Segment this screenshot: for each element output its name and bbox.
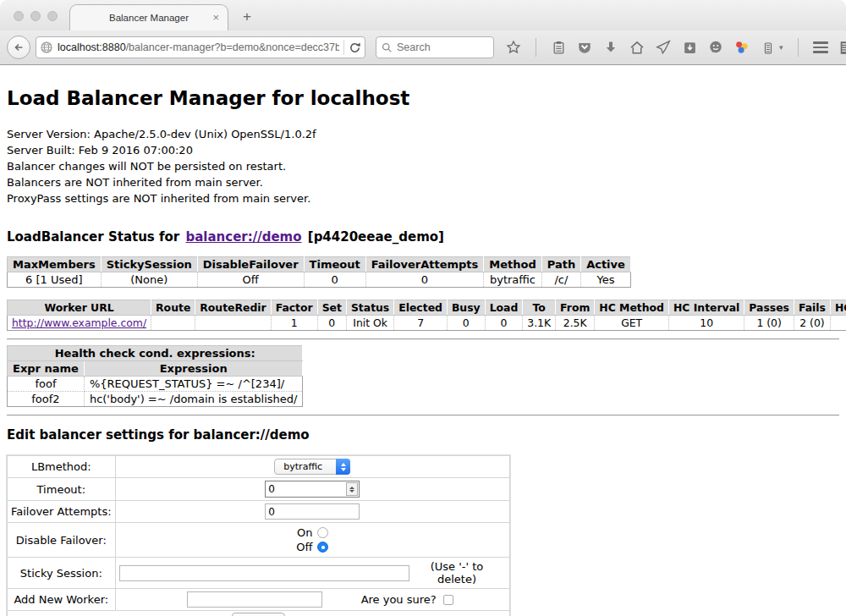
feedback-icon[interactable] [708, 40, 723, 55]
zoom-window-button[interactable] [47, 11, 58, 21]
clipboard-icon[interactable] [551, 40, 566, 55]
failover-attempts-label: Failover Attempts: [8, 501, 116, 523]
toolbar-icons: ▾ [506, 38, 846, 57]
failover-off-radio[interactable] [317, 542, 328, 553]
failover-attempts-input[interactable] [265, 503, 360, 520]
window-controls[interactable] [14, 11, 58, 21]
sticky-hint: (Use '-' to delete) [409, 560, 506, 586]
tab-strip: Balancer Manager × + [0, 0, 846, 30]
balancer-status-row: 6 [1 Used] (None) Off 0 0 bytraffic /c/ … [8, 272, 631, 288]
browser-window: Balancer Manager × + localhost:8880/bala… [0, 0, 846, 616]
server-info: Server Version: Apache/2.5.0-dev (Unix) … [7, 126, 839, 206]
balancer-demo-link[interactable]: balancer://demo [185, 229, 301, 245]
select-stepper-icon [336, 459, 350, 475]
tab-title: Balancer Manager [109, 13, 189, 23]
number-spinner-icon[interactable] [346, 482, 358, 496]
lbmethod-select[interactable]: bytraffic [274, 459, 350, 475]
send-icon[interactable] [656, 40, 671, 55]
lb-status-heading: LoadBalancer Status for balancer://demo … [7, 229, 839, 245]
download-icon[interactable] [603, 40, 618, 55]
divider [7, 338, 839, 340]
divider [7, 415, 839, 416]
colored-dots-icon[interactable] [734, 40, 750, 55]
notice-inherit: Balancers are NOT inherited from main se… [7, 174, 839, 190]
menu-icon[interactable] [813, 41, 828, 53]
disable-failover-label: Disable Failover: [8, 523, 116, 558]
on-label: On [297, 525, 312, 540]
grid-capture-icon[interactable] [839, 40, 846, 55]
bookmark-star-icon[interactable] [506, 40, 521, 55]
new-tab-button[interactable]: + [237, 8, 257, 25]
health-check-table: Health check cond. expressions: Expr nam… [7, 345, 303, 407]
health-row: foof2 hc('body') =~ /domain is establish… [8, 392, 303, 407]
back-button[interactable] [7, 36, 30, 59]
tab-close-icon[interactable]: × [212, 12, 219, 23]
worker-row: http://www.example.com/ 1 0 Init Ok 7 0 … [8, 316, 846, 331]
page-title: Load Balancer Manager for localhost [7, 65, 839, 111]
pocket-icon[interactable] [577, 40, 592, 55]
edit-settings-heading: Edit balancer settings for balancer://de… [7, 427, 839, 443]
navigation-toolbar: localhost:8880/balancer-manager?b=demo&n… [0, 30, 846, 65]
battery-icon[interactable] [761, 40, 776, 55]
lbmethod-label: LBmethod: [8, 456, 116, 478]
save-box-icon[interactable] [682, 40, 697, 55]
health-row: foof %{REQUEST_STATUS} =~ /^[234]/ [8, 377, 303, 392]
sticky-session-input[interactable] [119, 565, 409, 581]
back-icon [13, 41, 25, 53]
confirm-label: Are you sure? [361, 593, 437, 606]
url-bar[interactable]: localhost:8880/balancer-manager?b=demo&n… [36, 36, 365, 58]
search-input[interactable] [397, 41, 481, 53]
timeout-input[interactable] [265, 481, 360, 498]
home-icon[interactable] [629, 40, 645, 55]
dropdown-caret-icon[interactable]: ▾ [779, 43, 783, 52]
search-bar[interactable] [376, 36, 494, 58]
worker-url-link[interactable]: http://www.example.com/ [12, 316, 146, 329]
tab-balancer-manager[interactable]: Balancer Manager × [69, 4, 228, 30]
sticky-session-label: Sticky Session: [8, 558, 116, 589]
balancer-status-table: MaxMembers StickySession DisableFailover… [7, 256, 631, 288]
notice-persist: Balancer changes will NOT be persisted o… [7, 158, 839, 174]
health-table-title: Health check cond. expressions: [8, 346, 303, 361]
search-icon [382, 42, 393, 53]
server-built: Server Built: Feb 9 2016 07:00:20 [7, 142, 839, 158]
add-worker-input[interactable] [187, 591, 322, 608]
page-content: Load Balancer Manager for localhost Serv… [0, 65, 846, 616]
failover-on-radio[interactable] [317, 527, 328, 538]
timeout-label: Timeout: [8, 478, 116, 501]
server-version: Server Version: Apache/2.5.0-dev (Unix) … [7, 126, 839, 142]
add-worker-label: Add New Worker: [8, 589, 116, 611]
close-window-button[interactable] [14, 11, 24, 21]
balancer-settings-form: LBmethod: bytraffic Timeout: [7, 455, 510, 616]
worker-table: Worker URL Route RouteRedir Factor Set S… [7, 300, 846, 331]
notice-proxypass: ProxyPass settings are NOT inherited fro… [7, 190, 839, 206]
reload-icon[interactable] [349, 41, 361, 54]
minimize-window-button[interactable] [30, 11, 41, 21]
off-label: Off [296, 540, 312, 554]
submit-button[interactable]: Submit [232, 613, 285, 616]
globe-icon [40, 41, 53, 54]
confirm-checkbox[interactable] [443, 595, 453, 605]
url-text[interactable]: localhost:8880/balancer-manager?b=demo&n… [58, 41, 339, 53]
